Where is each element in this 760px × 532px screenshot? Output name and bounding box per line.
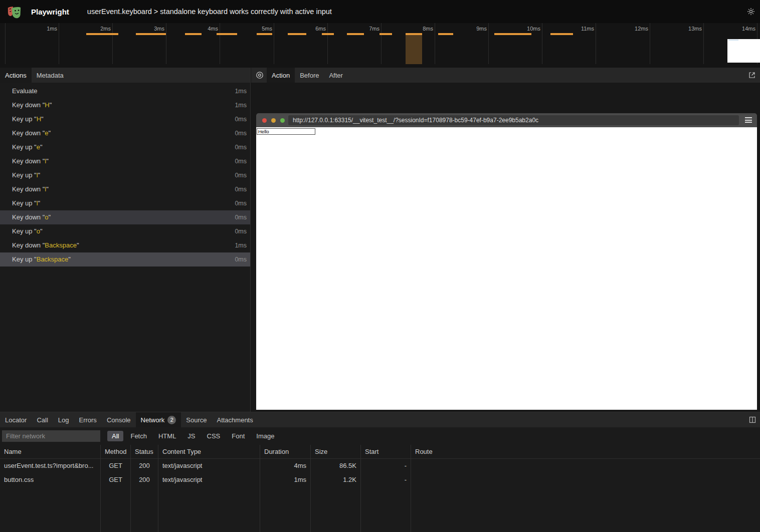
tab-call[interactable]: Call [32, 412, 53, 427]
timeline-tick-label: 9ms [457, 26, 487, 32]
network-row-status[interactable]: 200 [131, 459, 158, 473]
table-filler [311, 487, 361, 532]
actions-panel: Actions Metadata Evaluate 1ms Key down "… [0, 68, 251, 412]
action-duration: 0ms [235, 196, 247, 210]
key-value: H [37, 115, 41, 123]
timeline-action-bar [406, 33, 422, 35]
tab-attachments[interactable]: Attachments [212, 412, 258, 427]
playwright-trace-viewer: { "header": { "app_name": "Playwright", … [0, 0, 760, 532]
tab-network[interactable]: Network 2 [136, 412, 181, 427]
toggle-layout-icon[interactable] [748, 416, 756, 424]
network-row-route[interactable] [411, 473, 760, 487]
action-row-highlighted[interactable]: Key down "o" 0ms [0, 210, 250, 224]
network-row-method[interactable]: GET [101, 459, 131, 473]
timeline-action-bar [288, 33, 306, 35]
action-row[interactable]: Key down "H" 1ms [0, 98, 250, 112]
timeline-gridline [59, 23, 59, 64]
chip-font[interactable]: Font [227, 431, 249, 441]
network-row-size[interactable]: 1.2K [311, 473, 361, 487]
timeline-action-bar [257, 33, 272, 35]
tab-action[interactable]: Action [267, 68, 295, 83]
network-row-duration[interactable]: 1ms [260, 473, 311, 487]
action-list: Evaluate 1ms Key down "H" 1ms Key up "H"… [0, 83, 250, 412]
network-row-start[interactable]: - [361, 473, 411, 487]
col-header-start: Start [361, 445, 411, 459]
action-row[interactable]: Key up "H" 0ms [0, 112, 250, 126]
tab-console[interactable]: Console [102, 412, 136, 427]
timeline-selected-range [406, 33, 422, 64]
pick-locator-icon[interactable] [256, 71, 264, 79]
chip-image[interactable]: Image [252, 431, 279, 441]
key-value: o [45, 213, 48, 221]
timeline-gridline [220, 23, 220, 64]
network-row-status[interactable]: 200 [131, 473, 158, 487]
network-row-duration[interactable]: 4ms [260, 459, 311, 473]
action-row[interactable]: Key up "e" 0ms [0, 140, 250, 154]
timeline-tick-label: 1ms [27, 26, 57, 32]
app-name: Playwright [31, 8, 69, 16]
chip-all[interactable]: All [107, 431, 123, 441]
snapshot-text-input[interactable] [257, 128, 315, 135]
maximize-dot-icon [280, 118, 285, 123]
timeline-action-bar [494, 33, 531, 35]
timeline-gridline [703, 23, 704, 64]
timeline-gridline [596, 23, 596, 64]
table-filler [0, 487, 101, 532]
open-snapshot-icon[interactable] [748, 71, 756, 79]
action-duration: 0ms [235, 140, 247, 154]
chip-js[interactable]: JS [183, 431, 200, 441]
timeline-ruler[interactable]: 1ms2ms3ms4ms5ms6ms7ms8ms9ms10ms11ms12ms1… [0, 23, 760, 68]
network-row-size[interactable]: 86.5K [311, 459, 361, 473]
tab-before[interactable]: Before [295, 68, 324, 83]
network-row-start[interactable]: - [361, 459, 411, 473]
action-row[interactable]: Key up "l" 0ms [0, 168, 250, 182]
action-duration: 0ms [235, 168, 247, 182]
timeline-screenshot-thumbnail [727, 39, 760, 63]
timeline-action-bar [347, 33, 364, 35]
tab-locator[interactable]: Locator [0, 412, 32, 427]
tab-source[interactable]: Source [181, 412, 212, 427]
action-row-selected[interactable]: Key up "Backspace" 0ms [0, 252, 250, 267]
action-duration: 1ms [235, 98, 247, 112]
chip-css[interactable]: CSS [203, 431, 225, 441]
timeline-action-bar [322, 33, 334, 35]
test-title: userEvent.keyboard > standalone keyboard… [87, 8, 332, 16]
action-row[interactable]: Key down "Backspace" 1ms [0, 238, 250, 252]
actions-tabbar: Actions Metadata [0, 68, 250, 83]
action-row[interactable]: Key down "l" 0ms [0, 154, 250, 168]
snapshot-browser-window: http://127.0.0.1:63315/__vitest_test__/?… [256, 113, 757, 410]
action-row[interactable]: Key up "o" 0ms [0, 224, 250, 238]
action-row[interactable]: Key up "l" 0ms [0, 196, 250, 210]
snapshot-page[interactable] [256, 127, 757, 410]
main-area: Actions Metadata Evaluate 1ms Key down "… [0, 68, 760, 412]
network-row-name[interactable]: button.css [0, 473, 101, 487]
table-filler [361, 487, 411, 532]
settings-icon[interactable] [746, 7, 755, 16]
action-row[interactable]: Evaluate 1ms [0, 84, 250, 98]
network-row-route[interactable] [411, 459, 760, 473]
app-header: Playwright userEvent.keyboard > standalo… [0, 0, 760, 23]
action-row[interactable]: Key down "e" 0ms [0, 126, 250, 140]
chip-html[interactable]: HTML [154, 431, 180, 441]
network-row-content-type[interactable]: text/javascript [158, 459, 260, 473]
thumbnail-input-line [728, 40, 738, 41]
action-row[interactable]: Key down "l" 0ms [0, 182, 250, 196]
timeline-tick-label: 3ms [134, 26, 164, 32]
timeline-gridline [5, 23, 6, 64]
snapshot-panel: Action Before After http://127.0.0.1:633… [251, 68, 760, 412]
filter-network-input[interactable] [2, 430, 100, 442]
table-filler [158, 487, 260, 532]
network-row-name[interactable]: userEvent.test.ts?import&bro... [0, 459, 101, 473]
tab-errors[interactable]: Errors [74, 412, 101, 427]
timeline-gridline [650, 23, 650, 64]
chip-fetch[interactable]: Fetch [126, 431, 151, 441]
tab-actions[interactable]: Actions [0, 68, 32, 83]
network-row-content-type[interactable]: text/javascript [158, 473, 260, 487]
network-count-badge: 2 [167, 416, 176, 424]
network-row-method[interactable]: GET [101, 473, 131, 487]
tab-log[interactable]: Log [53, 412, 74, 427]
action-duration: 0ms [235, 154, 247, 168]
tab-metadata[interactable]: Metadata [32, 68, 69, 83]
tab-after[interactable]: After [324, 68, 347, 83]
action-duration: 0ms [235, 252, 247, 267]
